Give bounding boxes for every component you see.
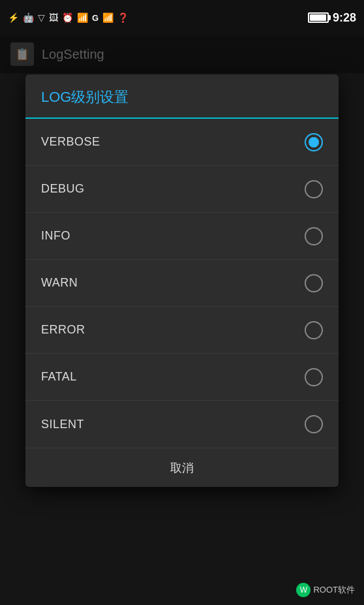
radio-info[interactable] bbox=[305, 227, 323, 245]
dialog-overlay: LOG级别设置 VERBOSE DEBUG INFO WARN bbox=[0, 35, 364, 605]
status-bar: ⚡ 🤖 ▽ 🖼 ⏰ 📶 G 📶 ❓ 9:28 bbox=[0, 0, 364, 35]
option-debug[interactable]: DEBUG bbox=[25, 166, 339, 213]
usb-icon: ⚡ bbox=[8, 12, 19, 23]
radio-fatal[interactable] bbox=[305, 368, 323, 386]
option-silent[interactable]: SILENT bbox=[25, 401, 339, 448]
wifi-icon: 📶 bbox=[77, 12, 88, 23]
radio-verbose[interactable] bbox=[305, 133, 323, 151]
log-level-dialog: LOG级别设置 VERBOSE DEBUG INFO WARN bbox=[25, 74, 339, 487]
radio-silent[interactable] bbox=[305, 415, 323, 433]
option-debug-label: DEBUG bbox=[41, 182, 85, 196]
option-error[interactable]: ERROR bbox=[25, 307, 339, 354]
android-icon: 🤖 bbox=[23, 12, 34, 23]
watermark-text: ROOT软件 bbox=[313, 584, 355, 596]
dialog-options-list: VERBOSE DEBUG INFO WARN ERROR bbox=[25, 119, 339, 448]
option-info-label: INFO bbox=[41, 229, 70, 243]
option-fatal[interactable]: FATAL bbox=[25, 354, 339, 401]
question-icon: ❓ bbox=[117, 12, 129, 23]
image-icon: 🖼 bbox=[49, 12, 58, 23]
wechat-icon: W bbox=[296, 583, 311, 597]
g-icon: G bbox=[92, 13, 99, 23]
cancel-label: 取消 bbox=[170, 460, 194, 476]
dialog-title-area: LOG级别设置 bbox=[25, 74, 339, 119]
footer-watermark: W ROOT软件 bbox=[296, 583, 355, 597]
radio-warn[interactable] bbox=[305, 274, 323, 292]
option-silent-label: SILENT bbox=[41, 418, 84, 431]
clock-icon: ⏰ bbox=[62, 12, 73, 23]
time-display: 9:28 bbox=[333, 11, 356, 25]
option-error-label: ERROR bbox=[41, 323, 85, 337]
status-bar-right: 9:28 bbox=[308, 11, 356, 25]
battery-icon bbox=[308, 12, 329, 23]
app-background: 📋 LogSetting LOG级别设置 VERBOSE DEBUG bbox=[0, 35, 364, 605]
cellular-icon: 📶 bbox=[102, 12, 114, 23]
signal-icon: ▽ bbox=[38, 12, 45, 23]
option-info[interactable]: INFO bbox=[25, 213, 339, 260]
option-fatal-label: FATAL bbox=[41, 370, 77, 384]
option-warn[interactable]: WARN bbox=[25, 260, 339, 307]
option-verbose-label: VERBOSE bbox=[41, 135, 100, 149]
dialog-title-text: LOG级别设置 bbox=[41, 89, 129, 105]
option-warn-label: WARN bbox=[41, 276, 78, 290]
status-bar-left: ⚡ 🤖 ▽ 🖼 ⏰ 📶 G 📶 ❓ bbox=[8, 12, 129, 23]
radio-debug[interactable] bbox=[305, 180, 323, 198]
cancel-button[interactable]: 取消 bbox=[25, 448, 339, 487]
option-verbose[interactable]: VERBOSE bbox=[25, 119, 339, 166]
radio-error[interactable] bbox=[305, 321, 323, 339]
